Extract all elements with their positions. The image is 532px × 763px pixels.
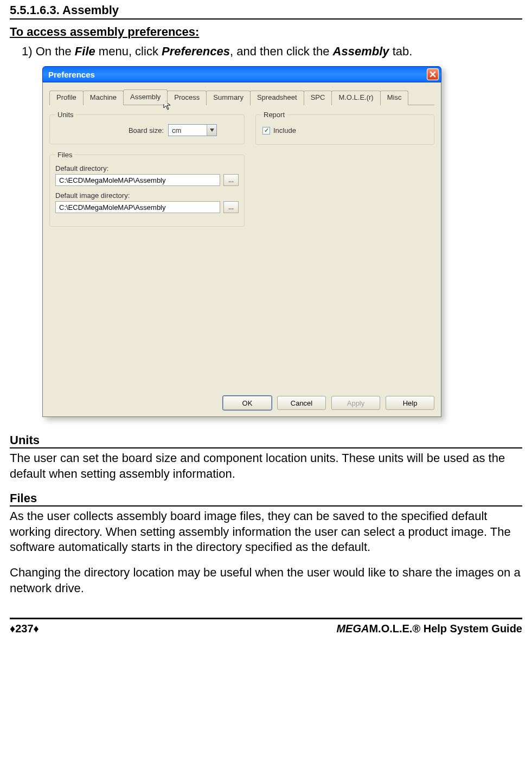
- page-number: ♦237♦: [10, 623, 39, 635]
- dialog-body: Profile Machine Assembly Process Summary…: [42, 82, 441, 417]
- combo-dropdown-button[interactable]: [207, 125, 216, 136]
- step1-text-c: , and then click the: [230, 44, 333, 58]
- board-size-value: cm: [169, 126, 207, 134]
- step-1: 1) On the File menu, click Preferences, …: [22, 44, 522, 59]
- tab-summary[interactable]: Summary: [206, 91, 251, 105]
- preferences-dialog: Preferences Profile Machine Assembly Pro…: [42, 66, 441, 417]
- include-checkbox[interactable]: [262, 127, 270, 134]
- files-paragraph-2: Changing the directory location may be u…: [10, 565, 522, 596]
- close-button[interactable]: [427, 68, 439, 80]
- step1-assembly: Assembly: [333, 44, 389, 58]
- browse-image-dir-button[interactable]: ...: [223, 201, 239, 213]
- files-heading: Files: [10, 491, 522, 506]
- tab-mole[interactable]: M.O.L.E.(r): [331, 91, 380, 105]
- ok-button[interactable]: OK: [223, 396, 272, 410]
- section-number: 5.5.1.6.3. Assembly: [10, 3, 522, 20]
- apply-button: Apply: [331, 396, 380, 410]
- files-legend: Files: [55, 151, 74, 159]
- default-directory-input[interactable]: [55, 174, 220, 186]
- units-heading: Units: [10, 433, 522, 448]
- tab-assembly[interactable]: Assembly: [123, 89, 168, 104]
- tab-process[interactable]: Process: [167, 91, 207, 105]
- tab-spc[interactable]: SPC: [304, 91, 332, 105]
- files-paragraph-1: As the user collects assembly board imag…: [10, 509, 522, 555]
- guide-title: MEGAM.O.L.E.® Help System Guide: [336, 623, 522, 635]
- tab-machine[interactable]: Machine: [83, 91, 124, 105]
- step1-text-a: 1) On the: [22, 44, 75, 58]
- cancel-button[interactable]: Cancel: [277, 396, 326, 410]
- guide-rest: M.O.L.E.® Help System Guide: [369, 623, 522, 634]
- default-image-directory-input[interactable]: [55, 201, 220, 213]
- browse-default-dir-button[interactable]: ...: [223, 174, 239, 186]
- step1-preferences: Preferences: [162, 44, 230, 58]
- units-legend: Units: [55, 111, 76, 119]
- step1-text-b: menu, click: [95, 44, 162, 58]
- board-size-label: Board size:: [55, 126, 164, 134]
- close-icon: [430, 71, 436, 78]
- tab-profile[interactable]: Profile: [49, 91, 84, 105]
- guide-mega: MEGA: [336, 623, 369, 634]
- step1-file: File: [75, 44, 95, 58]
- help-button[interactable]: Help: [386, 396, 434, 410]
- tab-misc[interactable]: Misc: [380, 91, 409, 105]
- chevron-down-icon: [210, 129, 214, 132]
- tabs-row: Profile Machine Assembly Process Summary…: [49, 90, 434, 105]
- report-group: Report Include: [255, 111, 434, 145]
- units-group: Units Board size: cm: [49, 111, 245, 144]
- dialog-button-row: OK Cancel Apply Help: [49, 396, 434, 410]
- default-image-directory-label: Default image directory:: [55, 191, 239, 200]
- files-group: Files Default directory: ... Default ima…: [49, 151, 245, 227]
- page-footer: ♦237♦ MEGAM.O.L.E.® Help System Guide: [10, 618, 522, 642]
- report-legend: Report: [261, 111, 287, 119]
- include-label: Include: [273, 126, 296, 134]
- board-size-combo[interactable]: cm: [168, 124, 217, 136]
- default-directory-label: Default directory:: [55, 164, 239, 172]
- titlebar[interactable]: Preferences: [42, 66, 441, 82]
- access-heading: To access assembly preferences:: [10, 25, 522, 39]
- dialog-title: Preferences: [48, 70, 427, 79]
- step1-text-d: tab.: [389, 44, 413, 58]
- units-paragraph: The user can set the board size and comp…: [10, 451, 522, 482]
- tab-spreadsheet[interactable]: Spreadsheet: [250, 91, 304, 105]
